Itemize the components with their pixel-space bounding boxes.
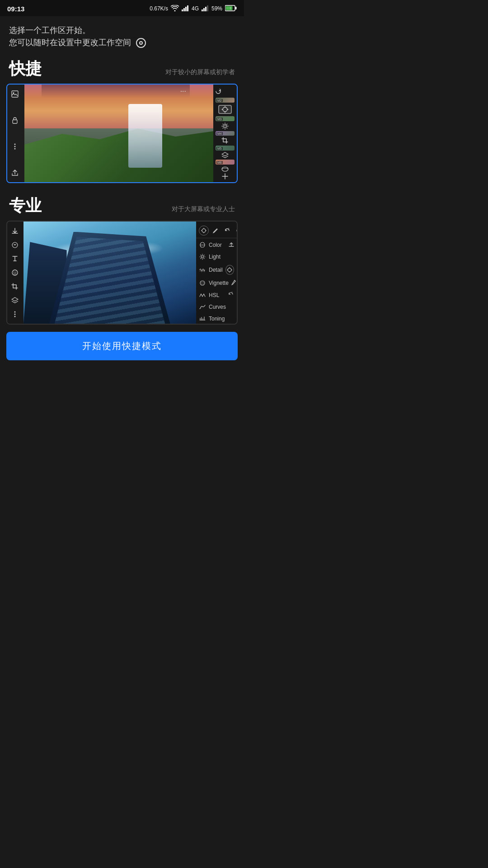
pro-menu-detail[interactable]: Detail xyxy=(196,263,237,277)
svg-rect-6 xyxy=(205,7,206,11)
download-icon-pro[interactable] xyxy=(10,226,20,236)
pro-main-image xyxy=(23,222,196,324)
pro-menu-vignette[interactable]: Vignette xyxy=(196,277,237,289)
selection-btn-detail[interactable] xyxy=(225,265,234,275)
svg-rect-1 xyxy=(183,8,185,11)
svg-point-16 xyxy=(14,146,16,147)
pro-left-toolbar xyxy=(7,222,23,324)
pro-workspace-preview[interactable]: 1 Color xyxy=(6,221,238,325)
pen-icon-pro[interactable] xyxy=(211,226,221,236)
vignette-label: Vignette xyxy=(209,280,229,286)
vignette-icon xyxy=(199,279,206,287)
svg-point-17 xyxy=(14,148,16,150)
battery-percent: 59% xyxy=(211,5,222,12)
svg-rect-9 xyxy=(226,6,233,10)
thumb-m2[interactable]: M2 xyxy=(216,98,235,103)
svg-point-15 xyxy=(14,144,16,145)
svg-text:2: 2 xyxy=(219,88,221,91)
selection-icon-pro[interactable] xyxy=(199,226,209,236)
curves-label: Curves xyxy=(209,304,226,310)
svg-rect-3 xyxy=(187,5,188,11)
start-quick-mode-button[interactable]: 开始使用快捷模式 xyxy=(6,332,238,360)
svg-point-34 xyxy=(202,282,204,284)
crop-icon-pro[interactable] xyxy=(10,282,20,292)
svg-point-19 xyxy=(223,107,227,112)
crop-icon-quick[interactable] xyxy=(220,137,230,144)
pro-top-icons: 1 xyxy=(199,226,238,236)
hsl-icon xyxy=(199,292,206,299)
quick-section-header: 快捷 对于较小的屏幕或初学者 xyxy=(0,53,244,84)
reset-icon-pro[interactable] xyxy=(234,226,238,236)
svg-point-26 xyxy=(14,311,16,312)
svg-point-28 xyxy=(14,316,16,317)
pro-menu-toning[interactable]: Toning xyxy=(196,313,237,325)
thumb-m6[interactable]: M6 xyxy=(216,160,235,165)
color-label: Color xyxy=(209,242,222,248)
svg-point-33 xyxy=(200,281,205,285)
undo-icon-pro[interactable]: 1 xyxy=(222,226,232,236)
edit-icon-vignette[interactable] xyxy=(231,280,237,287)
svg-point-25 xyxy=(15,272,16,273)
quick-top-bar: ··· xyxy=(42,85,190,98)
image-icon[interactable] xyxy=(10,89,20,99)
add-icon-quick[interactable] xyxy=(220,173,230,179)
status-bar: 09:13 0.67K/s 4G xyxy=(0,0,244,16)
curves-icon xyxy=(199,303,206,311)
svg-rect-12 xyxy=(12,91,18,97)
svg-rect-10 xyxy=(235,7,237,9)
mask-icon-quick[interactable] xyxy=(220,166,230,172)
bottom-btn-area: 开始使用快捷模式 xyxy=(0,325,244,369)
pro-menu-color[interactable]: Color xyxy=(196,239,237,251)
undo-hsl[interactable]: 1 xyxy=(228,291,234,299)
svg-point-32 xyxy=(228,268,231,272)
selection-tool-icon[interactable] xyxy=(218,105,232,114)
svg-rect-0 xyxy=(182,9,183,11)
reset-icon[interactable]: 2 xyxy=(215,88,221,95)
quick-main-image: ··· xyxy=(24,85,213,182)
share-icon[interactable] xyxy=(10,168,20,178)
svg-point-21 xyxy=(222,167,228,171)
thumb-m3[interactable]: M3 xyxy=(216,116,235,121)
svg-point-22 xyxy=(14,245,15,245)
sun-icon-quick[interactable] xyxy=(220,123,230,130)
layers-icon-quick[interactable] xyxy=(220,152,230,158)
detail-label: Detail xyxy=(209,267,223,273)
status-right: 0.67K/s 4G xyxy=(150,5,237,13)
quick-left-toolbar xyxy=(7,85,24,182)
healing-icon-pro[interactable] xyxy=(10,240,20,250)
pro-right-top: 1 xyxy=(196,224,237,238)
svg-point-20 xyxy=(224,125,226,127)
face-icon-pro[interactable] xyxy=(10,268,20,278)
thumb-m5[interactable]: M5 xyxy=(216,146,235,151)
light-icon xyxy=(199,253,206,260)
right-top-icons: 2 xyxy=(213,87,237,96)
svg-rect-4 xyxy=(202,9,203,11)
pro-menu-hsl[interactable]: HSL 1 xyxy=(196,289,237,301)
signal-icon xyxy=(182,5,189,13)
more-icon-pro[interactable] xyxy=(10,309,20,319)
quick-subtitle: 对于较小的屏幕或初学者 xyxy=(165,68,235,76)
layers-icon-pro[interactable] xyxy=(10,295,20,305)
toning-icon xyxy=(199,315,206,322)
svg-point-23 xyxy=(12,270,18,275)
header-line2: 您可以随时在设置中更改工作空间 xyxy=(9,37,235,49)
toning-label: Toning xyxy=(209,316,225,322)
quick-right-panel: 2 M2 M3 M4 xyxy=(213,85,237,182)
svg-text:1: 1 xyxy=(228,227,230,230)
svg-point-27 xyxy=(14,313,16,315)
upload-icon-pro[interactable] xyxy=(229,242,234,249)
lock-icon[interactable] xyxy=(10,115,20,125)
svg-rect-2 xyxy=(185,7,187,11)
thumb-m4[interactable]: M4 xyxy=(216,131,235,136)
text-icon-pro[interactable] xyxy=(10,254,20,264)
pro-subtitle: 对于大屏幕或专业人士 xyxy=(172,205,235,213)
quick-workspace-preview[interactable]: ··· 2 M2 M3 xyxy=(6,84,238,183)
quick-title: 快捷 xyxy=(9,58,42,80)
pro-menu-curves[interactable]: Curves xyxy=(196,301,237,313)
header-section: 选择一个工作区开始。 您可以随时在设置中更改工作空间 xyxy=(0,16,244,53)
battery-icon xyxy=(225,5,237,13)
more-options-icon[interactable] xyxy=(10,142,20,151)
network-speed: 0.67K/s xyxy=(150,5,168,12)
more-icon[interactable]: ··· xyxy=(180,87,186,95)
pro-menu-light[interactable]: Light xyxy=(196,251,237,263)
